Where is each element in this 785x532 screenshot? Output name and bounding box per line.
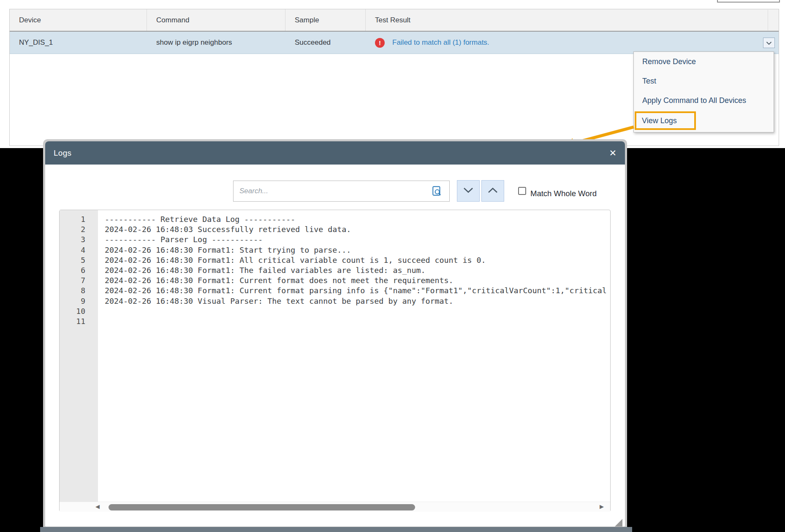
line-number: 7 bbox=[60, 275, 98, 286]
row-actions-dropdown-button[interactable] bbox=[763, 38, 775, 48]
log-line: 2024-02-26 16:48:30 Format1: The failed … bbox=[105, 265, 609, 275]
column-header-test-result: Test Result bbox=[366, 9, 779, 31]
line-number: 11 bbox=[60, 316, 98, 327]
cell-sample: Succeeded bbox=[285, 32, 366, 54]
log-line: 2024-02-26 16:48:30 Format1: Current for… bbox=[105, 286, 609, 296]
line-number: 4 bbox=[60, 245, 98, 255]
log-line: 2024-02-26 16:48:30 Format1: Start tryin… bbox=[105, 245, 609, 255]
log-content: ----------- Retrieve Data Log ----------… bbox=[105, 210, 609, 510]
column-header-device: Device bbox=[10, 9, 147, 31]
chevron-up-icon bbox=[488, 187, 498, 195]
view-logs-highlight-box: View Logs bbox=[635, 111, 696, 130]
chevron-down-icon bbox=[463, 187, 473, 195]
log-line: 2024-02-26 16:48:30 Format1: Current for… bbox=[105, 275, 609, 286]
line-number: 6 bbox=[60, 265, 98, 275]
cutoff-element-fragment bbox=[717, 0, 780, 3]
line-number: 3 bbox=[60, 235, 98, 245]
line-number: 8 bbox=[60, 286, 98, 296]
logs-dialog-titlebar[interactable]: Logs ✕ bbox=[45, 141, 625, 165]
log-line: 2024-02-26 16:48:03 Successfully retriev… bbox=[105, 224, 609, 235]
test-result-link[interactable]: Failed to match all (1) formats. bbox=[392, 38, 489, 47]
log-line: ----------- Retrieve Data Log ----------… bbox=[105, 214, 609, 224]
menu-item-apply-command-to-all-devices[interactable]: Apply Command to All Devices bbox=[634, 91, 774, 110]
bottom-edge-band bbox=[40, 527, 632, 532]
error-badge-icon: ! bbox=[375, 38, 385, 48]
menu-item-view-logs[interactable]: View Logs bbox=[636, 116, 677, 125]
match-whole-word-checkbox[interactable] bbox=[518, 187, 526, 195]
line-number: 1 bbox=[60, 214, 98, 224]
chevron-down-icon bbox=[766, 39, 772, 47]
table-header-row: Device Command Sample Test Result bbox=[10, 9, 779, 32]
menu-item-test[interactable]: Test bbox=[634, 71, 774, 91]
horizontal-scrollbar-thumb[interactable] bbox=[109, 504, 415, 510]
menu-item-remove-device[interactable]: Remove Device bbox=[634, 52, 774, 71]
log-line: 2024-02-26 16:48:30 Format1: All critica… bbox=[105, 255, 609, 265]
cell-device: NY_DIS_1 bbox=[10, 32, 147, 54]
cell-command: show ip eigrp neighbors bbox=[147, 32, 285, 54]
header-divider bbox=[768, 10, 768, 30]
search-in-document-icon[interactable] bbox=[432, 186, 443, 197]
dialog-title: Logs bbox=[45, 149, 71, 158]
table-row[interactable]: NY_DIS_1 show ip eigrp neighbors Succeed… bbox=[10, 32, 779, 54]
line-number: 10 bbox=[60, 306, 98, 316]
log-line: 2024-02-26 16:48:30 Visual Parser: The t… bbox=[105, 296, 609, 306]
screenshot-root: Device Command Sample Test Result NY_DIS… bbox=[0, 0, 785, 532]
scroll-left-arrow-icon[interactable]: ◀ bbox=[95, 503, 102, 510]
cell-test-result: ! Failed to match all (1) formats. bbox=[366, 32, 779, 54]
find-next-button[interactable] bbox=[457, 180, 480, 202]
find-previous-button[interactable] bbox=[481, 180, 504, 202]
line-number: 9 bbox=[60, 296, 98, 306]
match-whole-word-label[interactable]: Match Whole Word bbox=[530, 189, 597, 198]
search-input[interactable] bbox=[233, 181, 450, 202]
line-number: 5 bbox=[60, 255, 98, 265]
column-header-sample: Sample bbox=[285, 9, 366, 31]
log-line: ----------- Parser Log ----------- bbox=[105, 235, 609, 245]
line-number-gutter: 1 2 3 4 5 6 7 8 9 10 11 bbox=[60, 210, 98, 511]
line-number: 2 bbox=[60, 224, 98, 235]
close-icon[interactable]: ✕ bbox=[609, 141, 617, 165]
scroll-right-arrow-icon[interactable]: ▶ bbox=[600, 503, 606, 510]
dialog-resize-grip[interactable] bbox=[615, 519, 622, 527]
column-header-command: Command bbox=[147, 9, 285, 31]
